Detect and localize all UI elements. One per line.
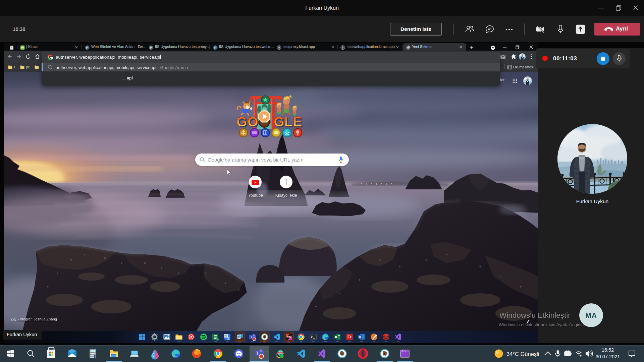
svg-text:P: P [86,46,89,49]
svg-text:T: T [250,335,252,339]
svg-text:文: 文 [227,337,230,340]
svg-text:G: G [236,114,247,129]
svg-text:P: P [150,46,152,49]
svg-text:G: G [274,114,284,129]
svg-text:O: O [248,114,258,129]
svg-text:30.07.2021: 30.07.2021 [596,354,620,359]
svg-text:16:52: 16:52 [602,347,614,353]
svg-text:RD: RD [287,336,291,339]
svg-text:Fz: Fz [347,335,352,339]
svg-text:C:\_: C:\_ [401,350,408,353]
svg-text:E: E [293,114,302,129]
svg-text:34°C Güneşli: 34°C Güneşli [506,351,539,357]
svg-text:T: T [256,351,259,356]
svg-text:P: P [214,46,217,49]
svg-text:L: L [284,114,292,129]
